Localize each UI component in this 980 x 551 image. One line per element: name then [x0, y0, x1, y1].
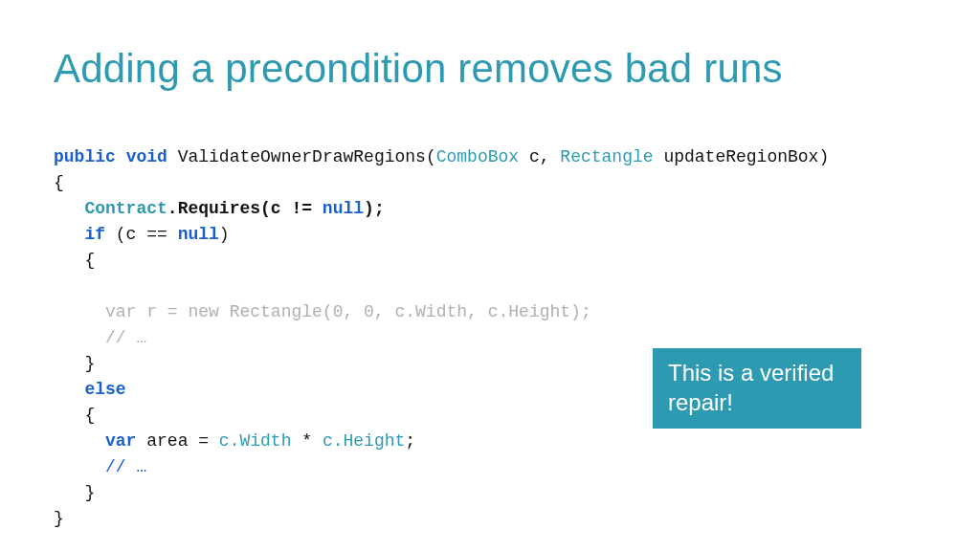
slide-title: Adding a precondition removes bad runs [54, 46, 926, 92]
dim-line-2: // … [105, 328, 146, 347]
type-rectangle: Rectangle [560, 147, 653, 166]
brace-open-3: { [84, 406, 95, 425]
type-combobox: ComboBox [436, 147, 519, 166]
param-update: updateRegionBox) [654, 147, 830, 166]
contract: Contract [84, 199, 167, 218]
kw-else: else [84, 380, 125, 399]
kw-if: if [84, 225, 105, 244]
paren-open: ( [426, 147, 436, 166]
kw-var: var [105, 431, 136, 451]
brace-open-2: { [84, 251, 95, 270]
brace-close-2: } [84, 354, 95, 373]
param-c: c, [519, 147, 560, 166]
brace-open-1: { [54, 173, 64, 192]
area-eq: area = [136, 431, 218, 451]
if-cond-open: (c == [105, 225, 178, 244]
brace-close-3: } [84, 483, 95, 502]
times: * [291, 431, 322, 451]
kw-void: void [126, 147, 167, 166]
callout-box: This is a verified repair! [653, 348, 861, 429]
kw-null-1: null [323, 199, 364, 218]
semi: ; [405, 431, 415, 451]
method-name: ValidateOwnerDrawRegions [178, 147, 426, 166]
if-cond-close: ) [219, 225, 230, 244]
requires-call: .Requires(c != [167, 199, 323, 218]
slide: Adding a precondition removes bad runs p… [0, 0, 980, 551]
kw-public: public [54, 147, 116, 166]
c-height: c.Height [323, 431, 405, 451]
requires-close: ); [364, 199, 385, 218]
dim-line-1: var r = new Rectangle(0, 0, c.Width, c.H… [105, 302, 591, 321]
code-block: public void ValidateOwnerDrawRegions(Com… [54, 119, 926, 532]
kw-null-2: null [178, 225, 219, 244]
c-width: c.Width [219, 431, 292, 451]
comment: // … [105, 457, 146, 476]
brace-close-1: } [54, 509, 64, 528]
